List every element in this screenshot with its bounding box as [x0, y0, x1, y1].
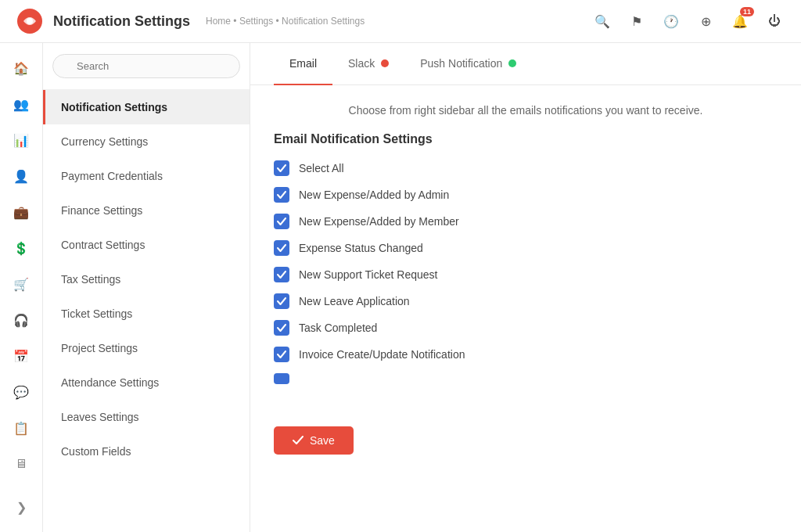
checkbox-expense-status: Expense Status Changed — [274, 240, 778, 256]
main-layout: 🏠 👥 📊 👤 💼 💲 🛒 🎧 📅 💬 📋 🖥 ❯ 🔍 Notification… — [0, 43, 801, 532]
checkbox-leave-application: New Leave Application — [274, 293, 778, 309]
checkmark-icon — [277, 297, 286, 305]
clipboard-icon[interactable]: 📋 — [5, 412, 37, 444]
sidebar-item-custom-fields[interactable]: Custom Fields — [43, 434, 250, 469]
tabs-bar: Email Slack Push Notification — [250, 43, 801, 85]
checkbox-new-expense-admin-input[interactable] — [274, 187, 289, 203]
sidebar-item-tax-settings[interactable]: Tax Settings — [43, 262, 250, 297]
sidebar-item-label: Notification Settings — [61, 101, 167, 113]
page-title: Notification Settings — [53, 13, 190, 30]
sidebar-item-leaves-settings[interactable]: Leaves Settings — [43, 400, 250, 434]
breadcrumb: Home • Settings • Notification Settings — [206, 16, 365, 27]
checkmark-icon — [277, 324, 286, 332]
checkmark-icon — [277, 350, 286, 358]
briefcase-icon[interactable]: 💼 — [5, 196, 37, 228]
tab-email[interactable]: Email — [274, 43, 332, 85]
sidebar-item-label: Tax Settings — [61, 273, 120, 286]
checkbox-select-all: Select All — [274, 160, 778, 176]
checkbox-new-expense-member-label: New Expense/Added by Member — [299, 215, 459, 228]
checkbox-select-all-input[interactable] — [274, 160, 289, 176]
checkbox-new-expense-member-input[interactable] — [274, 214, 289, 229]
checkbox-expense-status-label: Expense Status Changed — [299, 242, 423, 254]
sidebar-search-container: 🔍 — [43, 43, 250, 90]
slack-status-dot — [381, 59, 389, 67]
headset-icon[interactable]: 🎧 — [5, 304, 37, 336]
checkbox-task-completed-input[interactable] — [274, 320, 289, 336]
flag-icon[interactable]: ⚑ — [626, 10, 648, 32]
tab-slack[interactable]: Slack — [332, 43, 404, 85]
sidebar-item-attendance-settings[interactable]: Attendance Settings — [43, 365, 250, 400]
checkmark-icon — [277, 164, 286, 172]
checkbox-invoice: Invoice Create/Update Notification — [274, 347, 778, 362]
home-icon[interactable]: 🏠 — [5, 52, 37, 84]
sidebar-item-label: Ticket Settings — [61, 307, 132, 320]
checkbox-extra — [274, 373, 778, 384]
tab-push-label: Push Notification — [420, 57, 502, 70]
plus-icon[interactable]: ⊕ — [695, 10, 717, 32]
calendar-icon[interactable]: 📅 — [5, 340, 37, 372]
sidebar-item-notification-settings[interactable]: Notification Settings — [43, 90, 250, 124]
checkbox-invoice-input[interactable] — [274, 347, 289, 362]
icon-bar: 🏠 👥 📊 👤 💼 💲 🛒 🎧 📅 💬 📋 🖥 ❯ — [0, 43, 43, 532]
cart-icon[interactable]: 🛒 — [5, 268, 37, 300]
search-input[interactable] — [52, 54, 240, 78]
checkmark-icon — [277, 191, 286, 199]
sidebar-item-finance-settings[interactable]: Finance Settings — [43, 193, 250, 228]
save-button-wrapper: Save — [250, 414, 801, 470]
sidebar-item-label: Payment Credentials — [61, 170, 163, 182]
header-left: Notification Settings Home • Settings • … — [16, 7, 365, 35]
app-logo — [16, 7, 44, 35]
checkbox-new-expense-admin: New Expense/Added by Admin — [274, 187, 778, 203]
sidebar-item-currency-settings[interactable]: Currency Settings — [43, 124, 250, 159]
save-button[interactable]: Save — [274, 426, 354, 455]
sidebar-item-label: Attendance Settings — [61, 376, 159, 389]
sidebar-item-label: Finance Settings — [61, 204, 142, 217]
checkbox-support-ticket-input[interactable] — [274, 267, 289, 282]
checkbox-new-expense-admin-label: New Expense/Added by Admin — [299, 189, 449, 201]
checkbox-leave-application-label: New Leave Application — [299, 295, 410, 307]
header: Notification Settings Home • Settings • … — [0, 0, 801, 43]
sidebar-item-ticket-settings[interactable]: Ticket Settings — [43, 297, 250, 331]
dollar-icon[interactable]: 💲 — [5, 232, 37, 264]
person-icon[interactable]: 👤 — [5, 160, 37, 192]
sidebar-item-label: Contract Settings — [61, 239, 145, 251]
sidebar-item-label: Currency Settings — [61, 135, 148, 148]
sidebar-item-contract-settings[interactable]: Contract Settings — [43, 228, 250, 262]
notification-badge: 11 — [740, 7, 754, 16]
checkbox-task-completed: Task Completed — [274, 320, 778, 336]
checkmark-icon — [277, 217, 286, 225]
notification-icon[interactable]: 🔔 11 — [729, 10, 751, 32]
save-button-label: Save — [310, 434, 335, 447]
checkmark-icon — [277, 244, 286, 252]
clock-icon[interactable]: 🕐 — [660, 10, 682, 32]
checkbox-extra-input[interactable] — [274, 373, 289, 384]
checkbox-leave-application-input[interactable] — [274, 293, 289, 309]
search-icon[interactable]: 🔍 — [591, 10, 613, 32]
tab-push-notification[interactable]: Push Notification — [404, 43, 532, 85]
checkbox-invoice-label: Invoice Create/Update Notification — [299, 348, 465, 361]
sidebar-item-label: Leaves Settings — [61, 411, 139, 423]
checkbox-support-ticket: New Support Ticket Request — [274, 267, 778, 282]
header-right: 🔍 ⚑ 🕐 ⊕ 🔔 11 ⏻ — [591, 10, 785, 32]
info-text: Choose from right sidebar all the emails… — [274, 104, 778, 117]
tab-slack-label: Slack — [348, 57, 375, 70]
content-body: Choose from right sidebar all the emails… — [250, 85, 801, 414]
users-icon[interactable]: 👥 — [5, 88, 37, 120]
checkbox-new-expense-member: New Expense/Added by Member — [274, 214, 778, 229]
sidebar-item-payment-credentials[interactable]: Payment Credentials — [43, 159, 250, 193]
power-icon[interactable]: ⏻ — [763, 10, 785, 32]
push-status-dot — [508, 59, 516, 67]
expand-icon[interactable]: ❯ — [5, 491, 37, 523]
checkbox-support-ticket-label: New Support Ticket Request — [299, 268, 437, 281]
tab-email-label: Email — [289, 57, 317, 70]
content-area: Email Slack Push Notification Choose fro… — [250, 43, 801, 532]
svg-point-1 — [27, 18, 33, 24]
checkmark-icon — [277, 271, 286, 279]
chart-icon[interactable]: 📊 — [5, 124, 37, 156]
checkbox-expense-status-input[interactable] — [274, 240, 289, 256]
search-wrapper: 🔍 — [52, 54, 240, 78]
message-icon[interactable]: 💬 — [5, 376, 37, 408]
monitor-icon[interactable]: 🖥 — [5, 448, 37, 480]
checkbox-task-completed-label: Task Completed — [299, 322, 377, 334]
sidebar-item-project-settings[interactable]: Project Settings — [43, 331, 250, 365]
